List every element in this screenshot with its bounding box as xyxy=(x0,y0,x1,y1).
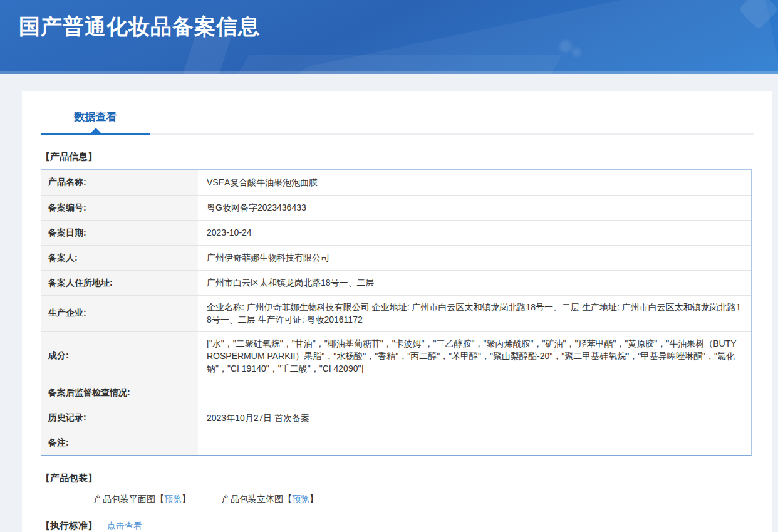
row-value xyxy=(198,430,751,455)
row-value: 企业名称: 广州伊奇菲娜生物科技有限公司 企业地址: 广州市白云区太和镇龙岗北路… xyxy=(198,296,751,331)
bracket-open: 【 xyxy=(155,494,164,505)
table-row-registrant: 备案人: 广州伊奇菲娜生物科技有限公司 xyxy=(41,245,751,270)
banner-decor-rect xyxy=(227,55,563,74)
table-row-record-number: 备案编号: 粤G妆网备字2023436433 xyxy=(41,195,751,220)
row-label: 备案后监督检查情况: xyxy=(41,380,198,405)
row-label: 备案编号: xyxy=(41,196,198,220)
bracket-close: 】 xyxy=(309,494,318,505)
banner-decor-dot xyxy=(559,40,572,53)
packaging-flat-label: 产品包装平面图 xyxy=(94,494,155,505)
table-row-record-date: 备案日期: 2023-10-24 xyxy=(41,220,751,245)
table-row-manufacturer: 生产企业: 企业名称: 广州伊奇菲娜生物科技有限公司 企业地址: 广州市白云区太… xyxy=(41,295,751,331)
bracket-open: 【 xyxy=(283,494,292,505)
row-label: 备案日期: xyxy=(41,221,198,245)
tab-data-view[interactable]: 数据查看 xyxy=(41,110,150,135)
exec-standard-line: 【执行标准】 点击查看 xyxy=(41,520,754,532)
packaging-stereo-label: 产品包装立体图 xyxy=(222,494,283,505)
row-label: 成分: xyxy=(41,332,198,380)
product-info-table: 产品名称: VSEA复合酸牛油果泡泡面膜 备案编号: 粤G妆网备字2023436… xyxy=(41,169,752,456)
row-value: 广州伊奇菲娜生物科技有限公司 xyxy=(198,246,751,270)
content-card: 数据查看 【产品信息】 产品名称: VSEA复合酸牛油果泡泡面膜 备案编号: 粤… xyxy=(22,91,772,532)
packaging-flat-preview-link[interactable]: 预览 xyxy=(164,494,182,505)
banner-bottom-strip xyxy=(0,71,778,74)
tab-active-triangle-icon xyxy=(91,128,101,133)
row-label: 备案人住所地址: xyxy=(41,271,198,295)
row-value: ["水"，"二聚硅氧烷"，"甘油"，"椰油基葡糖苷"，"卡波姆"，"三乙醇胺"，… xyxy=(198,332,751,380)
row-value: 粤G妆网备字2023436433 xyxy=(198,196,751,220)
table-row-registrant-address: 备案人住所地址: 广州市白云区太和镇龙岗北路18号一、二层 xyxy=(41,270,751,295)
row-value: VSEA复合酸牛油果泡泡面膜 xyxy=(198,170,751,195)
table-row-supervision: 备案后监督检查情况: xyxy=(41,380,751,405)
row-value: 广州市白云区太和镇龙岗北路18号一、二层 xyxy=(198,271,751,295)
bracket-close: 】 xyxy=(182,494,190,505)
section-title-product-info: 【产品信息】 xyxy=(41,151,754,163)
page-title: 国产普通化妆品备案信息 xyxy=(19,13,260,41)
table-row-ingredients: 成分: ["水"，"二聚硅氧烷"，"甘油"，"椰油基葡糖苷"，"卡波姆"，"三乙… xyxy=(41,331,751,380)
table-row-product-name: 产品名称: VSEA复合酸牛油果泡泡面膜 xyxy=(41,170,751,195)
page-header-banner: 国产普通化妆品备案信息 xyxy=(0,0,778,74)
packaging-preview-line: 产品包装平面图【预览】 产品包装立体图 【预览】 xyxy=(94,494,754,505)
row-label: 备注: xyxy=(41,430,198,455)
row-label: 生产企业: xyxy=(41,296,198,331)
banner-decor-square xyxy=(738,0,778,30)
row-value: 2023-10-24 xyxy=(198,221,751,245)
row-value: 2023年10月27日 首次备案 xyxy=(198,405,751,430)
banner-decor-dot xyxy=(572,48,581,57)
tab-bar: 数据查看 xyxy=(41,110,754,135)
table-row-remarks: 备注: xyxy=(41,430,751,455)
section-title-product-package: 【产品包装】 xyxy=(41,472,754,484)
row-value xyxy=(198,380,751,405)
row-label: 备案人: xyxy=(41,246,198,270)
row-label: 产品名称: xyxy=(41,170,198,195)
table-row-history: 历史记录: 2023年10月27日 首次备案 xyxy=(41,405,751,430)
exec-standard-view-link[interactable]: 点击查看 xyxy=(107,521,142,532)
banner-decor-trapezoid xyxy=(181,36,232,74)
section-title-exec-standard: 【执行标准】 xyxy=(41,520,97,532)
packaging-stereo-preview-link[interactable]: 预览 xyxy=(292,494,309,505)
banner-decor-band xyxy=(294,0,778,74)
tab-data-view-label: 数据查看 xyxy=(75,111,117,123)
row-label: 历史记录: xyxy=(41,405,198,430)
